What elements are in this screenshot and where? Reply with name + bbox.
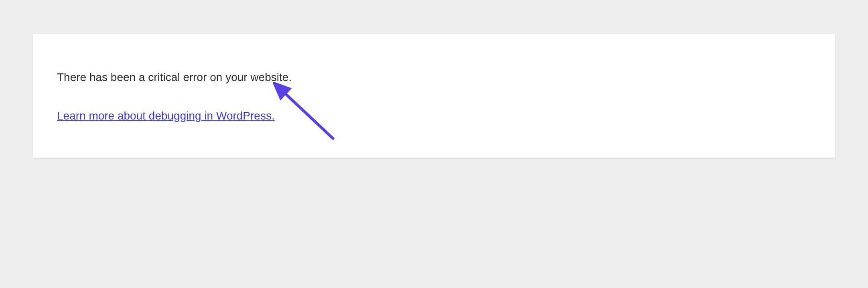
error-card: There has been a critical error on your … bbox=[33, 34, 835, 158]
debug-link[interactable]: Learn more about debugging in WordPress. bbox=[57, 109, 275, 123]
error-message: There has been a critical error on your … bbox=[57, 70, 811, 85]
